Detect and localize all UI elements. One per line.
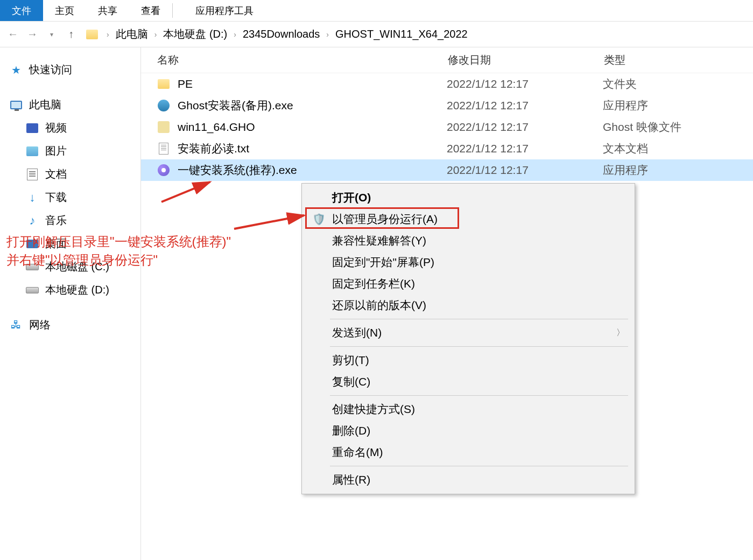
star-icon: ★ [10,65,23,75]
file-type: 文本文档 [603,141,753,156]
sidebar-label: 本地硬盘 (D:) [45,283,109,297]
breadcrumb-item[interactable]: 本地硬盘 (D:) [163,27,227,41]
file-type: 文件夹 [603,76,753,92]
file-icon [157,142,170,155]
sidebar-label: 网络 [29,318,51,332]
context-menu-item[interactable]: 删除(D) [303,420,634,442]
context-menu-item[interactable]: 🛡️以管理员身份运行(A) [303,208,634,230]
file-name: 安装前必读.txt [178,141,447,156]
context-menu-label: 创建快捷方式(S) [332,402,415,417]
music-icon: ♪ [26,215,39,226]
drive-icon [26,262,39,272]
sidebar-quick-access[interactable]: ★ 快速访问 [0,58,140,81]
sidebar-label: 桌面 [45,236,67,251]
context-menu-item[interactable]: 复制(C) [303,371,634,393]
sidebar-item-drive-d[interactable]: 本地硬盘 (D:) [0,278,140,302]
sidebar-item-videos[interactable]: 视频 [0,116,140,139]
file-row[interactable]: 安装前必读.txt2022/1/12 12:17文本文档 [141,138,753,159]
context-menu-item[interactable]: 还原以前的版本(V) [303,295,634,316]
breadcrumb-item[interactable]: GHOST_WIN11_X64_2022 [335,28,468,40]
context-menu-separator [330,395,628,396]
sidebar-this-pc[interactable]: 此电脑 [0,93,140,116]
context-menu-label: 兼容性疑难解答(Y) [332,233,426,248]
ribbon-tab-view[interactable]: 查看 [129,0,172,21]
col-header-name[interactable]: 名称 [157,53,448,67]
sidebar-label: 本地磁盘 (C:) [45,260,109,274]
context-menu-label: 还原以前的版本(V) [332,298,426,313]
file-name: Ghost安装器(备用).exe [178,98,447,113]
context-menu-separator [330,466,628,466]
chevron-right-icon: › [326,30,329,39]
chevron-right-icon: › [107,30,109,39]
ribbon-tab-apptools[interactable]: 应用程序工具 [184,0,265,21]
sidebar-item-desktop[interactable]: 桌面 [0,232,140,255]
context-menu-item[interactable]: 打开(O) [303,187,634,208]
sidebar-label: 快速访问 [29,62,72,77]
file-row[interactable]: PE2022/1/12 12:17文件夹 [141,73,753,95]
shield-icon: 🛡️ [311,213,327,226]
context-menu-separator [330,346,628,347]
picture-icon [26,146,39,157]
ribbon-tab-file[interactable]: 文件 [0,0,43,21]
context-menu-item[interactable]: 发送到(N)〉 [303,322,634,344]
ribbon-tab-home[interactable]: 主页 [43,0,86,21]
context-menu-label: 属性(R) [332,472,370,487]
network-icon: 🖧 [10,320,23,331]
breadcrumb[interactable]: › 此电脑 › 本地硬盘 (D:) › 2345Downloads › GHOS… [86,27,468,41]
sidebar-item-music[interactable]: ♪ 音乐 [0,209,140,232]
file-row[interactable]: Ghost安装器(备用).exe2022/1/12 12:17应用程序 [141,95,753,116]
file-type: Ghost 映像文件 [603,120,753,135]
context-menu-label: 固定到任务栏(K) [332,276,415,291]
context-menu-item[interactable]: 重命名(M) [303,442,634,463]
context-menu-item[interactable]: 兼容性疑难解答(Y) [303,230,634,251]
sidebar-item-pictures[interactable]: 图片 [0,139,140,163]
sidebar-item-downloads[interactable]: ↓ 下载 [0,186,140,209]
context-menu-item[interactable]: 固定到"开始"屏幕(P) [303,251,634,273]
context-menu-item[interactable]: 剪切(T) [303,349,634,371]
file-name: PE [178,78,447,90]
file-name: 一键安装系统(推荐).exe [178,163,447,178]
sidebar-label: 音乐 [45,213,67,228]
file-row[interactable]: win11_64.GHO2022/1/12 12:17Ghost 映像文件 [141,116,753,138]
context-menu-label: 复制(C) [332,374,370,389]
video-icon [26,123,39,134]
download-icon: ↓ [26,192,39,203]
breadcrumb-item[interactable]: 2345Downloads [243,28,320,40]
desktop-icon [26,239,39,249]
ribbon-tab-share[interactable]: 共享 [86,0,129,21]
drive-icon [26,285,39,296]
context-menu-item[interactable]: 创建快捷方式(S) [303,398,634,420]
file-icon [157,164,170,177]
file-date: 2022/1/12 12:17 [447,99,603,112]
ribbon-tabs: 文件 主页 共享 查看 应用程序工具 [0,0,753,22]
sidebar-item-drive-c[interactable]: 本地磁盘 (C:) [0,255,140,278]
context-menu-label: 打开(O) [332,190,371,205]
sidebar-network[interactable]: 🖧 网络 [0,313,140,337]
sidebar-label: 此电脑 [29,97,61,112]
file-icon [157,99,170,112]
context-menu-label: 删除(D) [332,423,370,438]
chevron-right-icon: › [154,30,157,39]
nav-up-button[interactable]: ↑ [62,26,80,43]
sidebar-item-documents[interactable]: 文档 [0,163,140,186]
context-menu-item[interactable]: 属性(R) [303,469,634,491]
context-menu-item[interactable]: 固定到任务栏(K) [303,273,634,295]
file-name: win11_64.GHO [178,121,447,134]
file-icon [157,78,170,90]
col-header-date[interactable]: 修改日期 [448,53,604,67]
sidebar-label: 图片 [45,144,67,158]
file-row[interactable]: 一键安装系统(推荐).exe2022/1/12 12:17应用程序 [141,159,753,181]
breadcrumb-item[interactable]: 此电脑 [116,27,148,41]
file-date: 2022/1/12 12:17 [447,164,603,177]
nav-back-button[interactable]: ← [4,26,22,43]
chevron-right-icon: 〉 [616,327,625,339]
file-type: 应用程序 [603,163,753,178]
file-type: 应用程序 [603,98,753,113]
context-menu-separator [330,319,628,319]
file-date: 2022/1/12 12:17 [447,121,603,134]
folder-icon [86,30,98,39]
document-icon [26,169,39,180]
nav-forward-button[interactable]: → [24,26,41,43]
col-header-type[interactable]: 类型 [604,53,753,67]
nav-recent-dropdown[interactable]: ▾ [43,26,60,43]
